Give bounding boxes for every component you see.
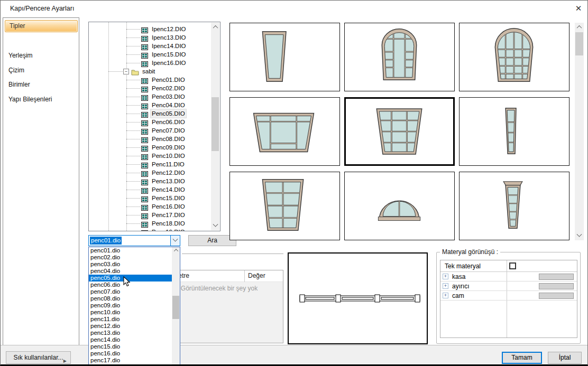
tree-file-item[interactable]: Penc11.DIO: [89, 160, 211, 168]
file-name-combobox[interactable]: penc01.dio: [88, 235, 180, 246]
tree-file-item[interactable]: Ipenc14.DIO: [89, 42, 211, 50]
combo-option[interactable]: penc01.dio: [89, 247, 180, 254]
material-color-button[interactable]: [539, 293, 574, 299]
thumbnail-arched-full-grid[interactable]: [459, 23, 569, 91]
tree-file-item[interactable]: Penc15.DIO: [89, 194, 211, 202]
tree-item-label: Penc16.DIO: [151, 202, 186, 211]
tree-file-item[interactable]: Penc12.DIO: [89, 168, 211, 177]
expand-icon[interactable]: +: [443, 293, 448, 298]
combobox-dropdown-button[interactable]: [170, 236, 180, 246]
tree-file-item[interactable]: Penc16.DIO: [89, 202, 211, 211]
tree-item-label: Penc02.DIO: [151, 84, 186, 92]
thumbnail-tapered-grid-2x4[interactable]: [229, 172, 340, 240]
sidebar-item-yerlesim[interactable]: Yerleşim: [8, 52, 33, 59]
tree-file-item[interactable]: Penc10.DIO: [89, 152, 211, 160]
combo-option[interactable]: penc13.dio: [89, 330, 180, 336]
tree-folder-item[interactable]: −sabit: [89, 67, 211, 76]
scrollbar-thumb[interactable]: [575, 32, 583, 55]
thumbnail-narrow-stack[interactable]: [459, 97, 569, 166]
favorites-button[interactable]: Sık kullanılanlar... ▶: [6, 351, 71, 364]
window-thumbnail-drawing: [230, 23, 339, 91]
thumbnail-arched-perimeter-grid[interactable]: [344, 23, 455, 91]
single-material-label: Tek materyal: [445, 262, 481, 270]
combo-option[interactable]: penc03.dio: [89, 261, 180, 268]
thumbnail-grid-scrollbar[interactable]: [575, 23, 584, 240]
tree-file-item[interactable]: Penc19.DIO: [89, 228, 211, 231]
tree-file-item[interactable]: Penc01.DIO: [89, 76, 211, 84]
combo-option[interactable]: penc16.dio: [89, 350, 180, 357]
close-icon[interactable]: ✕: [573, 3, 584, 14]
combo-option[interactable]: penc12.dio: [89, 323, 180, 330]
tree-file-item[interactable]: Penc05.DIO: [89, 109, 211, 118]
combo-option[interactable]: penc09.dio: [89, 302, 180, 309]
tree-item-label: Penc06.DIO: [151, 118, 186, 126]
tree-connector: [126, 139, 140, 139]
tree-file-item[interactable]: Ipenc15.DIO: [89, 50, 211, 59]
tree-file-item[interactable]: Penc07.DIO: [89, 126, 211, 135]
material-color-button[interactable]: [539, 274, 574, 280]
scroll-down-icon[interactable]: [575, 231, 584, 240]
sidebar-item-tipler[interactable]: Tipler: [5, 20, 78, 32]
expand-icon[interactable]: +: [443, 274, 448, 279]
thumbnail-trapezoid-grid-3x4[interactable]: [344, 97, 455, 166]
cancel-button[interactable]: İptal: [548, 352, 582, 364]
thumbnail-trapezoid-plain[interactable]: [229, 23, 340, 91]
tree-file-item[interactable]: Penc14.DIO: [89, 185, 211, 194]
tree-item-label: Penc01.DIO: [151, 76, 186, 84]
tree-scrollbar[interactable]: [211, 23, 219, 230]
collapse-icon[interactable]: −: [123, 69, 129, 74]
sidebar-item-cizim[interactable]: Çizim: [8, 67, 24, 74]
combo-option[interactable]: penc17.dio: [89, 357, 180, 364]
tree-connector: [126, 198, 140, 199]
tree-file-item[interactable]: Ipenc13.DIO: [89, 33, 211, 42]
favorites-label: Sık kullanılanlar...: [13, 354, 63, 361]
tree-file-item[interactable]: Penc06.DIO: [89, 118, 211, 126]
tree-item-label: Ipenc13.DIO: [151, 33, 187, 42]
thumbnail-narrow-stack-tapered[interactable]: [459, 172, 569, 240]
scroll-up-icon[interactable]: [172, 247, 180, 254]
tree-file-item[interactable]: Penc13.DIO: [89, 177, 211, 185]
material-color-button[interactable]: [539, 283, 574, 289]
combo-option[interactable]: penc08.dio: [89, 295, 180, 302]
combo-option[interactable]: penc11.dio: [89, 316, 180, 323]
material-appearance-group: Materyal görünüşü : Tek materyal +kasa+a…: [436, 252, 581, 344]
tree-item-label: Penc10.DIO: [151, 152, 186, 160]
tree-connector: [126, 80, 140, 80]
scroll-down-icon[interactable]: [211, 221, 219, 230]
parameters-panel-divider: [182, 254, 283, 254]
thumbnail-semicircle-fanlight[interactable]: [344, 172, 455, 240]
tree-file-item[interactable]: Ipenc16.DIO: [89, 59, 211, 67]
thumbnail-wide-multi-pane[interactable]: [229, 97, 340, 166]
tree-connector: [126, 223, 140, 224]
tree-file-item[interactable]: Penc08.DIO: [89, 135, 211, 143]
combo-option[interactable]: penc05.dio: [89, 275, 180, 281]
combo-option[interactable]: penc14.dio: [89, 336, 180, 343]
combo-option[interactable]: penc07.dio: [89, 288, 180, 295]
tree-file-item[interactable]: Penc18.DIO: [89, 219, 211, 228]
scroll-up-icon[interactable]: [575, 23, 584, 32]
combobox-value[interactable]: penc01.dio: [90, 237, 122, 245]
tree-file-item[interactable]: Penc04.DIO: [89, 101, 211, 109]
sidebar-item-yapi-bilesenleri[interactable]: Yapı Bileşenleri: [8, 96, 52, 103]
sidebar-item-birimler[interactable]: Birimler: [8, 81, 30, 88]
scrollbar-thumb[interactable]: [212, 97, 219, 151]
combo-option[interactable]: penc02.dio: [89, 254, 180, 261]
tree-file-item[interactable]: Penc03.DIO: [89, 92, 211, 101]
combo-option[interactable]: penc15.dio: [89, 343, 180, 350]
window-thumbnail-drawing: [230, 98, 339, 165]
dropdown-scrollbar[interactable]: [172, 247, 180, 366]
tree-file-item[interactable]: Penc17.DIO: [89, 211, 211, 219]
ok-button[interactable]: Tamam: [502, 352, 542, 364]
tree-file-item[interactable]: Penc09.DIO: [89, 143, 211, 152]
scrollbar-thumb[interactable]: [172, 296, 179, 319]
file-tree: Ipenc12.DIOIpenc13.DIOIpenc14.DIOIpenc15…: [88, 22, 221, 231]
combo-option[interactable]: penc18.dio: [89, 364, 180, 366]
single-material-checkbox[interactable]: [509, 262, 516, 269]
combo-option[interactable]: penc04.dio: [89, 268, 180, 275]
tree-file-item[interactable]: Penc02.DIO: [89, 84, 211, 92]
tree-file-item[interactable]: Ipenc12.DIO: [89, 25, 211, 33]
scroll-up-icon[interactable]: [211, 23, 219, 32]
expand-icon[interactable]: +: [443, 283, 448, 289]
combo-option[interactable]: penc10.dio: [89, 309, 180, 316]
combo-option[interactable]: penc06.dio: [89, 281, 180, 288]
